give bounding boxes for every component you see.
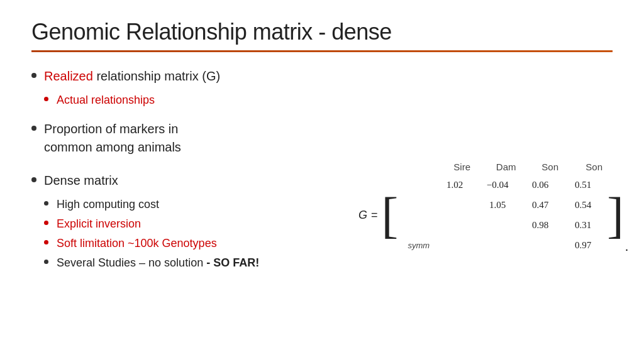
sub-bullet-circle-3-1	[44, 201, 48, 206]
matrix-row-3: 0.98 0.31	[401, 215, 604, 235]
bullet-item-3: Dense matrix	[31, 172, 358, 190]
sub-bullet-text-3-4-bold: - SO FAR!	[206, 256, 259, 269]
content-area: Realized relationship matrix (G) Actual …	[31, 67, 613, 343]
bullet-group-2: Proportion of markers incommon among ani…	[31, 120, 358, 163]
matrix-bracket-left: [	[382, 190, 399, 240]
sub-bullet-circle-3-3	[44, 240, 48, 244]
matrix-cell-3-4: 0.31	[562, 220, 604, 231]
sub-bullet-circle-1-1	[44, 97, 48, 101]
bullet-text-3: Dense matrix	[44, 172, 118, 190]
matrix-bracket-right: ]	[607, 190, 624, 240]
sub-bullet-dot-3-4	[44, 255, 57, 264]
sub-bullet-text-3-4-normal: Several Studies – no solution	[57, 256, 206, 269]
matrix-col-header-son2: Son	[572, 162, 616, 172]
right-content: Sire Dam Son Son G = [ 1.02 −0.	[358, 67, 628, 343]
title-underline	[31, 50, 613, 52]
left-content: Realized relationship matrix (G) Actual …	[31, 67, 358, 343]
matrix-grid: 1.02 −0.04 0.06 0.51 1.05 0.47 0.54	[401, 175, 604, 255]
bullet-circle-3	[31, 177, 36, 182]
matrix-row-2: 1.05 0.47 0.54	[401, 195, 604, 215]
sub-bullet-text-3-4: Several Studies – no solution - SO FAR!	[57, 255, 259, 272]
sub-bullet-item-3-3: Soft limitation ~100k Genotypes	[44, 235, 358, 252]
bullet-text-1: Realized relationship matrix (G)	[44, 67, 220, 85]
sub-bullet-text-1-1: Actual relationships	[57, 92, 155, 109]
matrix-cell-2-4: 0.54	[562, 200, 604, 211]
title-section: Genomic Relationship matrix - dense	[31, 19, 613, 52]
matrix-cell-1-4: 0.51	[562, 180, 604, 190]
matrix-header-spacer	[371, 162, 406, 172]
matrix-col-headers: Sire Dam Son Son	[371, 162, 616, 172]
bullet-text-2: Proportion of markers incommon among ani…	[44, 120, 181, 156]
matrix-col-header-son1: Son	[528, 162, 572, 172]
bullet-group-3: Dense matrix High computing cost	[31, 172, 358, 274]
matrix-col-header-sire: Sire	[440, 162, 484, 172]
matrix-cell-1-3: 0.06	[519, 180, 562, 190]
sub-bullet-dot-3-3	[44, 235, 57, 244]
sub-bullet-circle-3-2	[44, 221, 48, 225]
bullet-circle-1	[31, 73, 36, 78]
sub-bullet-text-3-1: High computing cost	[57, 196, 159, 213]
bullet-text-1-red: Realized	[44, 69, 93, 83]
bullet-text-1-suffix: relationship matrix (G)	[96, 69, 220, 83]
matrix-container: Sire Dam Son Son G = [ 1.02 −0.	[358, 162, 628, 255]
sub-bullet-text-3-3: Soft limitation ~100k Genotypes	[57, 235, 217, 252]
bullet-circle-2	[31, 126, 36, 131]
bullet-dot-1	[31, 70, 44, 78]
matrix-equals: =	[371, 209, 378, 222]
matrix-cell-2-2: 1.05	[476, 200, 519, 211]
matrix-col-header-dam: Dam	[484, 162, 528, 172]
slide-container: Genomic Relationship matrix - dense Real…	[0, 0, 644, 362]
sub-bullets-1: Actual relationships	[44, 92, 358, 109]
matrix-cell-1-2: −0.04	[476, 180, 519, 190]
matrix-cell-1-1: 1.02	[433, 180, 476, 190]
bullet-dot-3	[31, 174, 44, 182]
matrix-cell-2-3: 0.47	[519, 200, 562, 211]
matrix-cell-3-3: 0.98	[519, 220, 562, 231]
sub-bullet-item-3-2: Explicit inversion	[44, 216, 358, 233]
sub-bullet-circle-3-4	[44, 260, 48, 264]
sub-bullet-dot-3-1	[44, 196, 57, 206]
matrix-period: .	[625, 239, 629, 254]
bullet-item-1: Realized relationship matrix (G)	[31, 67, 358, 85]
sub-bullets-3: High computing cost Explicit inversion	[44, 196, 358, 272]
matrix-row-label-4: symm	[401, 241, 433, 250]
matrix-row-1: 1.02 −0.04 0.06 0.51	[401, 175, 604, 195]
bullet-dot-2	[31, 123, 44, 131]
slide-title: Genomic Relationship matrix - dense	[31, 19, 613, 45]
bullet-group-1: Realized relationship matrix (G) Actual …	[31, 67, 358, 111]
sub-bullet-dot-3-2	[44, 216, 57, 225]
matrix-body: G = [ 1.02 −0.04 0.06 0.51	[358, 175, 628, 255]
matrix-row-4: symm 0.97	[401, 235, 604, 255]
sub-bullet-item-1-1: Actual relationships	[44, 92, 358, 109]
sub-bullet-text-3-2: Explicit inversion	[57, 216, 141, 233]
matrix-g-label: G	[358, 209, 367, 222]
matrix-cell-4-4: 0.97	[562, 240, 604, 251]
sub-bullet-item-3-4: Several Studies – no solution - SO FAR!	[44, 255, 358, 272]
sub-bullet-item-3-1: High computing cost	[44, 196, 358, 213]
bullet-item-2: Proportion of markers incommon among ani…	[31, 120, 358, 156]
sub-bullet-dot-1-1	[44, 92, 57, 101]
